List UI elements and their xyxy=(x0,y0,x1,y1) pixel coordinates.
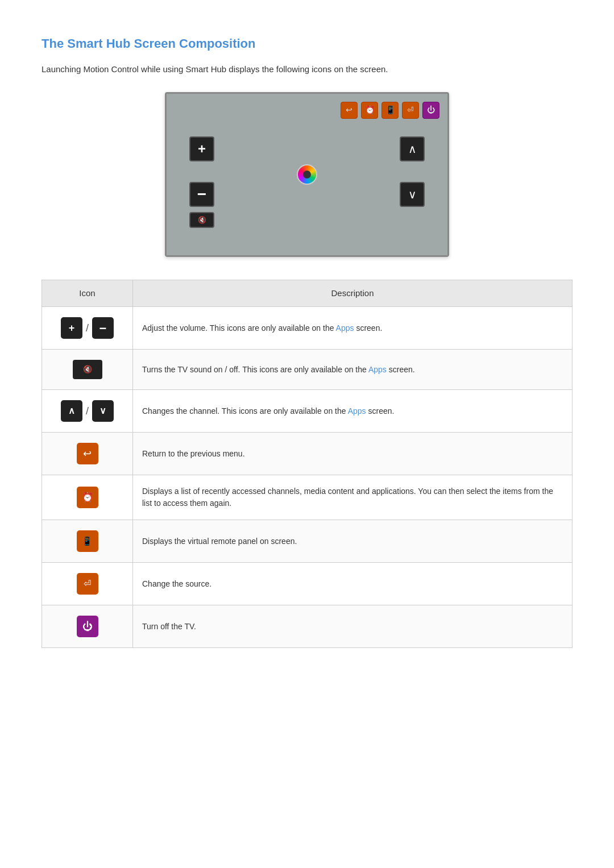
apps-link-vol: Apps xyxy=(336,323,354,333)
table-row: ⏎ Change the source. xyxy=(42,563,572,605)
slash-separator: / xyxy=(86,404,89,419)
tv-remote-icon: 📱 xyxy=(381,102,399,119)
icon-cell-vol: + / − xyxy=(42,307,133,350)
table-row: ∧ / ∨ Changes the channel. This icons ar… xyxy=(42,390,572,433)
vol-icon-pair: + / − xyxy=(61,317,114,339)
tv-history-icon: ⏰ xyxy=(361,102,378,119)
ch-down-icon: ∨ xyxy=(92,400,114,422)
remote-panel-icon: 📱 xyxy=(77,530,98,552)
desc-cell-source: Change the source. xyxy=(133,563,572,605)
history-icon: ⏰ xyxy=(77,487,98,508)
table-row: ↩ Return to the previous menu. xyxy=(42,433,572,475)
tv-cursor-inner xyxy=(303,171,311,178)
table-header-icon: Icon xyxy=(42,280,133,307)
tv-power-icon: ⏻ xyxy=(422,102,439,119)
tv-screen-illustration: ↩ ⏰ 📱 ⏎ ⏻ + − 🔇 ∧ ∨ xyxy=(42,92,572,257)
table-header-description: Description xyxy=(133,280,572,307)
ch-icon-pair: ∧ / ∨ xyxy=(61,400,114,422)
return-icon: ↩ xyxy=(77,443,98,464)
tv-vol-minus-icon: − xyxy=(189,182,214,207)
ch-up-icon: ∧ xyxy=(61,400,82,422)
vol-minus-icon: − xyxy=(92,317,114,339)
desc-cell-ch: Changes the channel. This icons are only… xyxy=(133,390,572,433)
tv-mute-icon: 🔇 xyxy=(189,212,214,228)
desc-cell-remote: Displays the virtual remote panel on scr… xyxy=(133,520,572,563)
tv-top-icons: ↩ ⏰ 📱 ⏎ ⏻ xyxy=(341,102,439,119)
tv-ch-up-icon: ∧ xyxy=(400,136,425,161)
table-row: 🔇 Turns the TV sound on / off. This icon… xyxy=(42,350,572,390)
desc-cell-mute: Turns the TV sound on / off. This icons … xyxy=(133,350,572,390)
icon-cell-history: ⏰ xyxy=(42,475,133,520)
icon-cell-mute: 🔇 xyxy=(42,350,133,390)
page-title: The Smart Hub Screen Composition xyxy=(42,34,572,53)
desc-cell-return: Return to the previous menu. xyxy=(133,433,572,475)
tv-ch-down-icon: ∨ xyxy=(400,182,425,207)
desc-cell-power: Turn off the TV. xyxy=(133,605,572,648)
icon-cell-ch: ∧ / ∨ xyxy=(42,390,133,433)
tv-return-icon: ↩ xyxy=(341,102,358,119)
desc-cell-history: Displays a list of recently accessed cha… xyxy=(133,475,572,520)
slash-separator: / xyxy=(86,321,89,336)
source-icon: ⏎ xyxy=(77,573,98,595)
power-icon: ⏻ xyxy=(77,616,98,637)
vol-plus-icon: + xyxy=(61,317,82,339)
tv-vol-plus-icon: + xyxy=(189,136,214,161)
apps-link-mute: Apps xyxy=(368,365,387,374)
desc-cell-vol: Adjust the volume. This icons are only a… xyxy=(133,307,572,350)
table-row: ⏰ Displays a list of recently accessed c… xyxy=(42,475,572,520)
tv-source-icon: ⏎ xyxy=(402,102,419,119)
icon-description-table: Icon Description + / − Adjust the volume… xyxy=(42,280,572,649)
apps-link-ch: Apps xyxy=(348,406,366,416)
intro-paragraph: Launching Motion Control while using Sma… xyxy=(42,63,572,76)
tv-screen: ↩ ⏰ 📱 ⏎ ⏻ + − 🔇 ∧ ∨ xyxy=(165,92,449,257)
table-row: ⏻ Turn off the TV. xyxy=(42,605,572,648)
tv-cursor xyxy=(297,164,317,185)
table-row: + / − Adjust the volume. This icons are … xyxy=(42,307,572,350)
icon-cell-source: ⏎ xyxy=(42,563,133,605)
icon-cell-power: ⏻ xyxy=(42,605,133,648)
table-row: 📱 Displays the virtual remote panel on s… xyxy=(42,520,572,563)
icon-cell-return: ↩ xyxy=(42,433,133,475)
mute-icon: 🔇 xyxy=(73,360,102,379)
icon-cell-remote: 📱 xyxy=(42,520,133,563)
